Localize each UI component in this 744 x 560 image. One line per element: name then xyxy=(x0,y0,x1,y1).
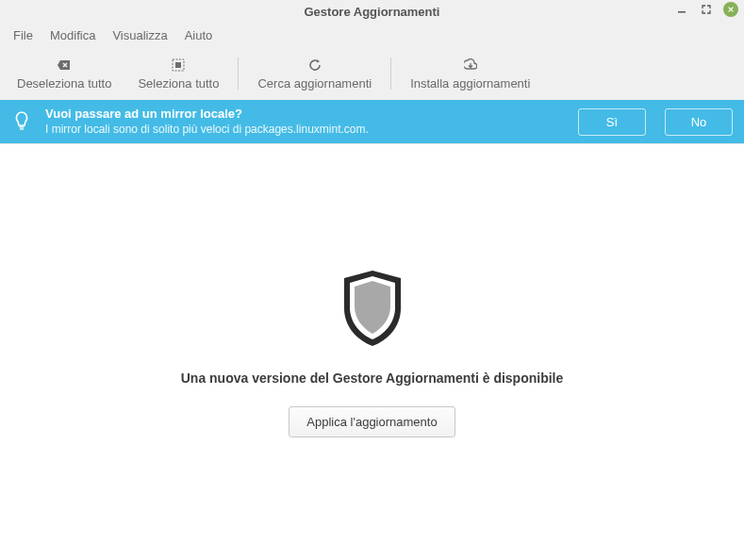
lightbulb-icon xyxy=(11,110,32,133)
menu-view[interactable]: Visualizza xyxy=(105,25,174,45)
update-available-message: Una nuova versione del Gestore Aggiornam… xyxy=(181,371,564,386)
menu-edit[interactable]: Modifica xyxy=(42,25,103,45)
menu-help[interactable]: Aiuto xyxy=(177,25,221,45)
menu-file[interactable]: File xyxy=(6,25,41,45)
window-title: Gestore Aggiornamenti xyxy=(0,5,744,19)
window-controls xyxy=(674,2,738,17)
mirror-suggestion-banner: Vuoi passare ad un mirror locale? I mirr… xyxy=(0,100,744,143)
check-updates-label: Cerca aggiornamenti xyxy=(257,76,372,91)
install-updates-button[interactable]: Installa aggiornamenti xyxy=(397,54,543,94)
install-updates-label: Installa aggiornamenti xyxy=(410,76,530,91)
refresh-icon xyxy=(308,58,322,73)
svg-rect-4 xyxy=(20,128,24,129)
check-updates-button[interactable]: Cerca aggiornamenti xyxy=(244,54,385,94)
banner-subtext: I mirror locali sono di solito più veloc… xyxy=(45,123,559,137)
banner-yes-button[interactable]: Sì xyxy=(578,108,646,136)
deselect-all-label: Deseleziona tutto xyxy=(17,76,111,91)
banner-no-button[interactable]: No xyxy=(665,108,733,136)
svg-rect-0 xyxy=(678,11,686,13)
close-icon xyxy=(727,6,735,13)
main-content: Una nuova versione del Gestore Aggiornam… xyxy=(0,143,744,560)
close-button[interactable] xyxy=(723,2,738,17)
download-icon xyxy=(464,58,477,73)
toolbar-separator xyxy=(238,58,239,90)
shield-icon xyxy=(337,267,408,350)
deselect-all-button[interactable]: Deseleziona tutto xyxy=(4,54,124,94)
banner-headline: Vuoi passare ad un mirror locale? xyxy=(45,107,559,122)
titlebar: Gestore Aggiornamenti xyxy=(0,0,744,23)
apply-update-button[interactable]: Applica l'aggiornamento xyxy=(289,406,455,437)
menubar: File Modifica Visualizza Aiuto xyxy=(0,23,744,47)
select-all-label: Seleziona tutto xyxy=(138,76,219,91)
toolbar: Deseleziona tutto Seleziona tutto Cerca … xyxy=(0,47,744,100)
banner-text: Vuoi passare ad un mirror locale? I mirr… xyxy=(45,107,559,136)
toolbar-separator xyxy=(390,58,391,90)
svg-rect-2 xyxy=(175,62,181,68)
maximize-icon xyxy=(702,5,711,14)
maximize-button[interactable] xyxy=(699,2,714,17)
select-all-button[interactable]: Seleziona tutto xyxy=(124,54,232,94)
svg-rect-3 xyxy=(20,126,25,127)
clear-icon xyxy=(57,58,72,73)
select-all-icon xyxy=(172,58,185,73)
minimize-button[interactable] xyxy=(674,2,689,17)
minimize-icon xyxy=(677,5,686,14)
